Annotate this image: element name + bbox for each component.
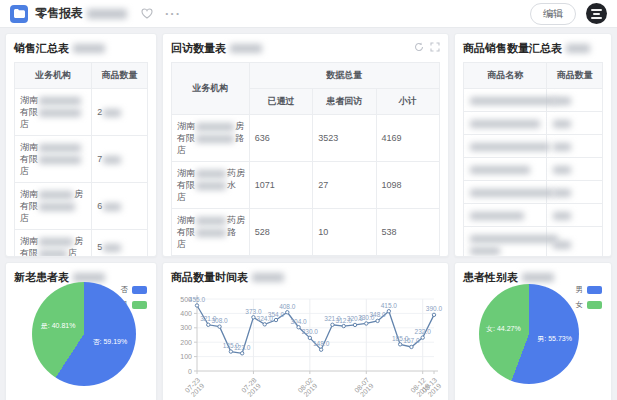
- value-cell: 1098: [376, 162, 439, 209]
- redacted-text: [39, 191, 73, 199]
- redacted-text: [103, 109, 121, 117]
- data-point-label: 308.0: [211, 317, 228, 324]
- data-point[interactable]: [240, 352, 243, 355]
- data-point[interactable]: [421, 336, 424, 339]
- cell-text: 店: [68, 248, 77, 257]
- value-cell: [547, 204, 603, 227]
- table-row: 湖南有限店7: [15, 136, 148, 183]
- redacted-text: [470, 120, 540, 128]
- value-cell: [249, 256, 312, 258]
- value-cell: [547, 89, 603, 112]
- legend-item[interactable]: 男: [576, 285, 603, 295]
- data-point[interactable]: [195, 304, 198, 307]
- data-point[interactable]: [387, 310, 390, 313]
- data-point-label: 390.0: [426, 305, 443, 312]
- legend-item[interactable]: 女: [576, 300, 603, 310]
- value-cell: 538: [376, 209, 439, 256]
- cell-text: 店: [20, 213, 29, 223]
- data-point-label: 232.0: [415, 328, 432, 335]
- data-point[interactable]: [398, 343, 401, 346]
- redacted-text: [470, 143, 550, 151]
- table-row: [464, 112, 603, 135]
- data-point[interactable]: [331, 323, 334, 326]
- panel-product-quantity-time: 商品数量时间表 010020030040050007-23201907-2820…: [162, 262, 449, 400]
- value-cell: 3523: [313, 115, 376, 162]
- data-point[interactable]: [365, 322, 368, 325]
- value-cell: 6: [92, 183, 148, 230]
- cell-text: 有限: [20, 107, 38, 117]
- data-point[interactable]: [263, 323, 266, 326]
- table-row: 湖南房有限店6: [15, 183, 148, 230]
- redacted-text: [553, 212, 571, 220]
- pie-slice-label: 否: 59.19%: [93, 337, 128, 347]
- pie-slice-label: 是: 40.81%: [41, 321, 76, 331]
- y-axis-label: 400: [180, 310, 192, 317]
- redacted-text: [553, 189, 571, 197]
- redacted-text: [470, 212, 524, 220]
- more-options-icon[interactable]: ···: [165, 9, 181, 19]
- cell-text: 店: [177, 145, 186, 155]
- data-point[interactable]: [353, 323, 356, 326]
- redacted-text: [196, 170, 226, 178]
- y-axis-label: 200: [180, 339, 192, 346]
- x-axis-label: 07-282019: [240, 376, 263, 399]
- data-point[interactable]: [274, 318, 277, 321]
- value-cell: 27: [313, 162, 376, 209]
- data-point[interactable]: [297, 326, 300, 329]
- data-point[interactable]: [286, 311, 289, 314]
- table-row: 湖南有限店2: [15, 89, 148, 136]
- pie-chart[interactable]: 男: 55.73%女: 44.27%: [479, 284, 579, 384]
- cell-text: 房: [74, 189, 83, 199]
- legend-label: 男: [576, 285, 584, 295]
- user-avatar[interactable]: [586, 3, 607, 24]
- redacted-text: [252, 273, 284, 282]
- redacted-text: [470, 97, 556, 105]
- panel-patient-gender: 患者性别表 男女 男: 55.73%女: 44.27%: [454, 262, 612, 400]
- panel-toolbar: [414, 42, 440, 52]
- cell-text: 6: [97, 201, 102, 211]
- cell-line: [469, 232, 541, 244]
- pie-chart[interactable]: 否: 59.19%是: 40.81%: [32, 282, 136, 386]
- redacted-text: [522, 273, 554, 282]
- sales-summary-table: 业务机构 商品数量 湖南有限店2湖南有限店7湖南房有限店6湖南房有限店5: [14, 62, 148, 257]
- data-point[interactable]: [342, 324, 345, 327]
- value-cell: [547, 181, 603, 204]
- expand-icon[interactable]: [430, 42, 440, 52]
- data-point[interactable]: [207, 323, 210, 326]
- panel-title: 新老患者表: [14, 270, 69, 285]
- panel-title: 销售汇总表: [14, 41, 69, 56]
- data-point[interactable]: [229, 350, 232, 353]
- legend-item[interactable]: 否: [121, 285, 148, 295]
- cell-line: 6: [97, 200, 142, 212]
- data-point[interactable]: [432, 313, 435, 316]
- cell-line: 湖南房: [20, 235, 86, 247]
- data-point[interactable]: [376, 319, 379, 322]
- org-cell: 湖南药房: [172, 256, 250, 258]
- data-point[interactable]: [252, 316, 255, 319]
- favorite-heart-icon[interactable]: [141, 8, 153, 19]
- table-row: 湖南药房: [172, 256, 440, 258]
- line-chart[interactable]: 010020030040050007-23201907-28201908-022…: [171, 289, 442, 400]
- data-point[interactable]: [410, 345, 413, 348]
- data-point[interactable]: [319, 348, 322, 351]
- data-point[interactable]: [308, 336, 311, 339]
- panel-callback-count: 回访数量表 业务机构 数据总量 已通过 患者回访 小计: [162, 33, 449, 257]
- chart-legend: 男女: [576, 285, 603, 310]
- value-cell: [547, 112, 603, 135]
- cell-text: 店: [177, 239, 186, 249]
- panel-new-old-patients: 新老患者表 否是 否: 59.19%是: 40.81%: [5, 262, 157, 400]
- refresh-icon[interactable]: [414, 42, 424, 52]
- callback-table: 业务机构 数据总量 已通过 患者回访 小计 湖南房有限路店63635234169…: [171, 62, 440, 257]
- panel-title: 商品销售数量汇总表: [463, 41, 562, 56]
- org-cell: 湖南房有限路店: [172, 115, 250, 162]
- data-point[interactable]: [218, 325, 221, 328]
- cell-line: 有限: [20, 106, 86, 118]
- cell-line: [469, 94, 541, 106]
- column-header: 小计: [376, 89, 439, 115]
- panel-title-row: 商品数量时间表: [171, 270, 440, 285]
- cell-line: 湖南房: [20, 188, 86, 200]
- data-point-label: 455.0: [189, 296, 206, 303]
- cell-line: 2: [97, 106, 142, 118]
- edit-button[interactable]: 编辑: [530, 3, 576, 25]
- product-name-cell: [464, 204, 547, 227]
